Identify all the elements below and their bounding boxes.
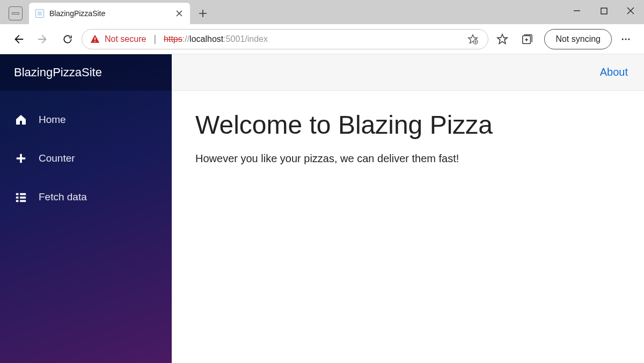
favorites-button[interactable] — [492, 28, 513, 50]
page-subheading: However you like your pizzas, we can del… — [195, 153, 620, 165]
refresh-button[interactable] — [57, 28, 78, 50]
sidebar-brand[interactable]: BlazingPizzaSite — [0, 54, 172, 91]
home-icon — [14, 113, 28, 127]
sidebar-item-home[interactable]: Home — [0, 100, 172, 139]
security-warning[interactable]: Not secure — [90, 34, 146, 45]
page: BlazingPizzaSite Home Counter Fetch data — [0, 54, 644, 363]
favicon-icon — [35, 9, 44, 18]
sync-button[interactable]: Not syncing — [544, 29, 612, 49]
sidebar-nav: Home Counter Fetch data — [0, 91, 172, 216]
svg-point-5 — [622, 38, 624, 40]
sidebar-item-label: Home — [39, 114, 66, 126]
security-warning-label: Not secure — [105, 34, 146, 44]
sidebar-item-counter[interactable]: Counter — [0, 139, 172, 178]
minimize-button[interactable] — [564, 0, 590, 21]
svg-rect-8 — [16, 193, 19, 195]
warning-icon — [90, 34, 100, 45]
sync-label: Not syncing — [555, 34, 601, 44]
topbar: About — [172, 54, 644, 91]
svg-rect-1 — [94, 37, 96, 40]
svg-rect-11 — [20, 197, 26, 199]
close-tab-button[interactable] — [175, 9, 184, 18]
browser-tab[interactable]: BlazingPizzaSite — [29, 3, 190, 24]
add-favorite-icon[interactable] — [465, 32, 480, 47]
window-controls — [564, 0, 644, 21]
svg-point-6 — [625, 38, 627, 40]
titlebar: BlazingPizzaSite — [0, 0, 644, 24]
new-tab-button[interactable] — [193, 4, 213, 23]
forward-button[interactable] — [32, 28, 54, 50]
svg-rect-10 — [16, 197, 19, 199]
sidebar-item-label: Fetch data — [39, 191, 87, 203]
sidebar-item-label: Counter — [39, 153, 75, 164]
back-button[interactable] — [8, 28, 29, 50]
sidebar-item-fetch-data[interactable]: Fetch data — [0, 178, 172, 216]
address-bar[interactable]: Not secure | https://localhost:5001/inde… — [82, 29, 488, 49]
about-link[interactable]: About — [600, 66, 628, 78]
close-window-button[interactable] — [617, 0, 644, 21]
svg-rect-0 — [601, 8, 607, 14]
svg-rect-9 — [20, 193, 26, 195]
main: Welcome to Blazing Pizza However you lik… — [172, 91, 644, 184]
tab-title: BlazingPizzaSite — [49, 9, 170, 18]
svg-rect-12 — [16, 200, 19, 202]
maximize-button[interactable] — [590, 0, 617, 21]
list-icon — [14, 190, 28, 204]
url-text: https://localhost:5001/index — [164, 34, 268, 44]
svg-rect-2 — [94, 41, 96, 42]
plus-icon — [14, 151, 28, 165]
sidebar-brand-label: BlazingPizzaSite — [14, 66, 102, 79]
content: About Welcome to Blazing Pizza However y… — [172, 54, 644, 363]
sidebar: BlazingPizzaSite Home Counter Fetch data — [0, 54, 172, 363]
more-menu-button[interactable] — [615, 28, 636, 50]
page-heading: Welcome to Blazing Pizza — [195, 110, 620, 140]
separator: | — [153, 33, 156, 45]
svg-point-7 — [628, 38, 630, 40]
browser-toolbar: Not secure | https://localhost:5001/inde… — [0, 24, 644, 54]
svg-rect-13 — [20, 200, 26, 202]
tab-actions-button[interactable] — [9, 6, 23, 20]
collections-button[interactable] — [516, 28, 538, 50]
